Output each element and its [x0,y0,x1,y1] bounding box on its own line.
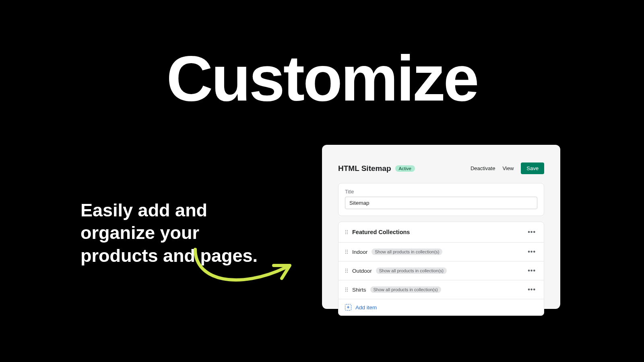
arrow-annotation [191,245,304,294]
section-title: Featured Collections [352,229,410,235]
svg-point-6 [345,250,346,251]
title-card: Title [338,183,544,216]
drag-handle-icon[interactable] [345,249,348,254]
collection-tag: Show all products in collection(s) [376,267,447,274]
list-item: Shirts Show all products in collection(s… [339,280,544,299]
list-item: Outdoor Show all products in collection(… [339,261,544,280]
settings-panel: HTML Sitemap Active Deactivate View Save… [322,145,560,309]
svg-point-2 [345,232,346,232]
collection-tag: Show all products in collection(s) [372,249,442,255]
drag-handle-icon[interactable] [345,287,348,292]
collection-name: Outdoor [352,268,372,274]
panel-header: HTML Sitemap Active Deactivate View Save [338,162,544,174]
add-item-label: Add item [355,304,377,311]
svg-point-20 [345,289,346,290]
svg-point-16 [345,272,346,273]
svg-point-12 [345,269,346,269]
svg-point-17 [347,272,348,273]
title-input[interactable] [345,197,537,209]
collection-tag: Show all products in collection(s) [370,286,441,293]
svg-point-7 [347,250,348,251]
add-item-button[interactable]: + Add item [339,299,544,315]
add-icon: + [345,304,351,311]
page-title: HTML Sitemap [338,164,391,173]
svg-point-21 [347,289,348,290]
svg-point-4 [345,233,346,234]
svg-point-5 [347,233,348,234]
section-header-row: Featured Collections ••• [339,222,544,243]
section-more-button[interactable]: ••• [526,228,537,237]
svg-point-9 [347,251,348,252]
svg-point-1 [347,230,348,231]
svg-point-23 [347,291,348,292]
drag-handle-icon[interactable] [345,268,348,273]
svg-point-8 [345,251,346,252]
row-more-button[interactable]: ••• [526,247,537,256]
row-more-button[interactable]: ••• [526,266,537,275]
list-item: Indoor Show all products in collection(s… [339,243,544,261]
svg-point-18 [345,288,346,288]
view-button[interactable]: View [502,165,514,171]
svg-point-14 [345,270,346,271]
collection-name: Indoor [352,249,367,255]
svg-point-13 [347,269,348,269]
row-more-button[interactable]: ••• [526,285,537,294]
title-field-label: Title [345,189,537,195]
svg-point-19 [347,288,348,288]
svg-point-22 [345,291,346,292]
svg-point-11 [347,253,348,254]
svg-point-0 [345,230,346,231]
collection-name: Shirts [352,287,366,293]
drag-handle-icon[interactable] [345,230,348,234]
deactivate-button[interactable]: Deactivate [471,165,495,171]
svg-point-10 [345,253,346,254]
svg-point-15 [347,270,348,271]
status-badge: Active [395,165,415,172]
hero-title: Customize [167,46,478,111]
save-button[interactable]: Save [521,162,544,174]
collections-card: Featured Collections ••• Indoor Show all… [338,222,544,316]
svg-point-3 [347,232,348,232]
